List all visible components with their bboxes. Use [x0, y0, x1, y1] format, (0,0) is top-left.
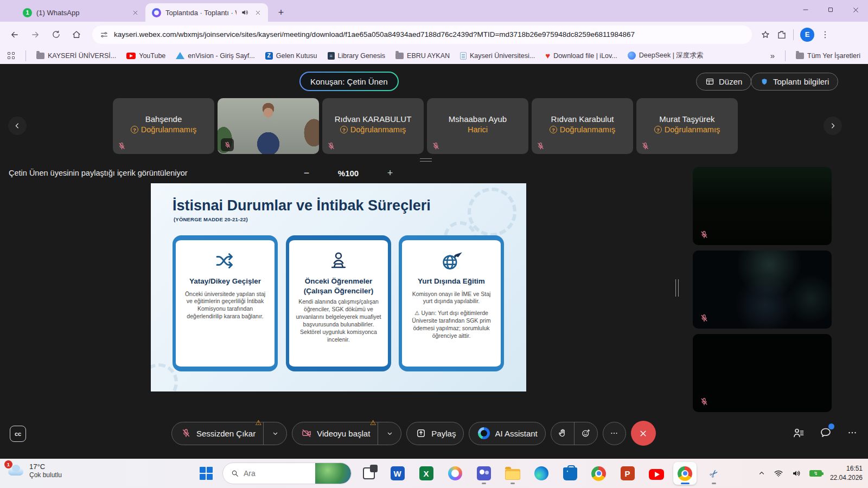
search-highlight-image[interactable]: [315, 463, 351, 484]
participant-video-tile[interactable]: [218, 98, 319, 154]
unmute-button[interactable]: Sessizden Çıkar: [172, 422, 263, 445]
video-thumbnail[interactable]: [693, 167, 832, 245]
browser-tab-bar: 1 (1) WhatsApp Toplantıda · Toplantı · W…: [0, 0, 868, 22]
profile-avatar[interactable]: E: [800, 28, 814, 42]
wifi-icon[interactable]: [774, 468, 783, 478]
slide-subtitle: (YÖNERGE MADDE 20-21-22): [174, 216, 248, 222]
close-tab-icon[interactable]: [253, 8, 263, 17]
participant-tile[interactable]: Rıdvan KARABULUT ?Doğrulanmamış: [322, 98, 424, 154]
forward-icon[interactable]: [26, 25, 44, 44]
video-options-chevron[interactable]: [378, 422, 401, 445]
home-icon[interactable]: [67, 25, 86, 44]
bookmark-ebru-aykan-folder[interactable]: EBRU AYKAN: [395, 52, 450, 60]
apps-grid-icon[interactable]: [8, 52, 15, 60]
start-button[interactable]: [195, 462, 217, 485]
scissors-icon: ✂: [706, 466, 722, 481]
url-bar[interactable]: kayseri.webex.com/wbxmjs/joinservice/sit…: [92, 25, 752, 44]
taskbar-clock[interactable]: 16:51 22.04.2026: [830, 464, 863, 483]
tab-whatsapp[interactable]: 1 (1) WhatsApp: [16, 3, 145, 22]
taskbar-edge[interactable]: [529, 462, 553, 485]
search-input[interactable]: [244, 469, 315, 478]
minimize-button[interactable]: [793, 0, 818, 20]
taskbar-excel[interactable]: X: [414, 462, 438, 485]
url-text[interactable]: kayseri.webex.com/wbxmjs/joinservice/sit…: [114, 30, 635, 38]
participant-tile[interactable]: Bahşende ?Doğrulanmamış: [113, 98, 214, 154]
volume-icon[interactable]: [792, 468, 801, 478]
browser-menu-icon[interactable]: ⋮: [821, 29, 829, 40]
card-warning: ⚠ Uyarı: Yurt dışı eğitimlerde Üniversit…: [406, 310, 496, 340]
extensions-icon[interactable]: [777, 30, 787, 40]
tray-chevron-up-icon[interactable]: [758, 470, 765, 477]
card-title-line2: (Çalışan Öğrenciler): [304, 287, 373, 296]
participant-tile[interactable]: Murat Taşyürek ?Doğrulanmamış: [636, 98, 738, 154]
taskbar-file-explorer[interactable]: [501, 462, 524, 485]
search-icon: [231, 469, 239, 478]
taskbar-word[interactable]: W: [386, 462, 409, 485]
taskbar-youtube[interactable]: [644, 462, 668, 485]
panel-resize-handle[interactable]: [675, 279, 679, 297]
bookmark-deepseek[interactable]: DeepSeek | 深度求索: [628, 51, 704, 60]
zoom-out-button[interactable]: −: [299, 166, 314, 180]
share-banner-text: Çetin Ünen üyesinin paylaştığı içerik gö…: [9, 169, 188, 177]
tray-time: 16:51: [830, 464, 863, 473]
taskbar-copilot[interactable]: [443, 462, 467, 485]
site-settings-icon[interactable]: [100, 30, 108, 39]
meeting-info-button[interactable]: Toplantı bilgileri: [751, 73, 838, 91]
strip-previous-button[interactable]: [8, 117, 27, 135]
emoji-reactions-button[interactable]: [575, 422, 597, 445]
new-tab-button[interactable]: +: [273, 5, 289, 20]
strip-next-button[interactable]: [824, 117, 842, 135]
audio-options-chevron[interactable]: [264, 422, 286, 445]
tab-webex-meeting[interactable]: Toplantıda · Toplantı · Webe: [145, 3, 268, 22]
taskbar-teams[interactable]: [472, 462, 495, 485]
share-button[interactable]: Paylaş: [406, 422, 464, 445]
bookmark-kayseri-universitesi-folder[interactable]: KAYSERİ ÜNİVERSİ...: [36, 52, 116, 60]
layout-button[interactable]: Düzen: [696, 73, 751, 91]
bookmark-youtube[interactable]: YouTube: [126, 52, 165, 60]
back-icon[interactable]: [5, 25, 24, 44]
zoom-in-button[interactable]: +: [383, 166, 397, 180]
more-panels-button[interactable]: [846, 427, 858, 439]
warning-badge-icon: ⚠: [370, 419, 376, 427]
raise-hand-button[interactable]: [551, 422, 574, 445]
taskbar-center: W X P ✂: [195, 462, 725, 485]
bookmark-envision[interactable]: enVision - Giriş Sayf...: [176, 52, 254, 60]
gear-decoration: [468, 188, 516, 236]
maximize-button[interactable]: [818, 0, 843, 20]
task-view-button[interactable]: [357, 462, 380, 485]
taskbar-powerpoint[interactable]: P: [616, 462, 639, 485]
participants-panel-button[interactable]: [792, 426, 805, 439]
weather-widget[interactable]: 1 17°C Çok bulutlu: [7, 463, 62, 479]
video-thumbnail[interactable]: [693, 334, 832, 412]
bookmark-kayseri-universitesi[interactable]: Kayseri Üniversitesi...: [460, 52, 535, 60]
bookmark-gelen-kutusu[interactable]: ZGelen Kutusu: [265, 52, 317, 60]
video-thumbnail[interactable]: [693, 251, 832, 329]
reload-icon[interactable]: [47, 25, 65, 44]
captions-button[interactable]: cc: [10, 426, 26, 442]
ai-assistant-button[interactable]: AI Assistant: [469, 422, 545, 445]
taskbar-store[interactable]: [558, 462, 582, 485]
chat-panel-button[interactable]: [819, 426, 832, 439]
more-options-button[interactable]: [603, 422, 626, 445]
tab-audio-icon[interactable]: [241, 9, 248, 16]
bookmarks-overflow-chevron[interactable]: »: [770, 51, 775, 60]
taskbar-snipping-tool[interactable]: ✂: [702, 462, 725, 485]
battery-icon[interactable]: ↯: [809, 470, 822, 477]
participant-tile[interactable]: Rıdvan Karabulut ?Doğrulanmamış: [532, 98, 633, 154]
close-window-button[interactable]: [843, 0, 868, 20]
start-video-button[interactable]: Videoyu başlat: [292, 422, 378, 445]
close-tab-icon[interactable]: [130, 8, 140, 17]
bookmark-ilovepdf[interactable]: ♥Download file | iLov...: [545, 52, 617, 60]
taskbar-chrome[interactable]: [587, 462, 610, 485]
all-bookmarks-button[interactable]: Tüm Yer İşaretleri: [796, 52, 860, 60]
divider: [785, 50, 786, 61]
start-video-split-button: Videoyu başlat ⚠: [292, 422, 401, 445]
muted-mic-chip: [221, 138, 234, 151]
bookmark-star-icon[interactable]: [761, 30, 770, 40]
bookmark-library-genesis[interactable]: ≡Library Genesis: [328, 52, 386, 60]
leave-meeting-button[interactable]: [631, 421, 656, 446]
taskbar-search[interactable]: [222, 463, 352, 484]
strip-resize-handle[interactable]: [420, 158, 432, 162]
taskbar-chrome-active[interactable]: [673, 462, 697, 485]
participant-tile[interactable]: Mshaaban Ayub Harici: [427, 98, 528, 154]
